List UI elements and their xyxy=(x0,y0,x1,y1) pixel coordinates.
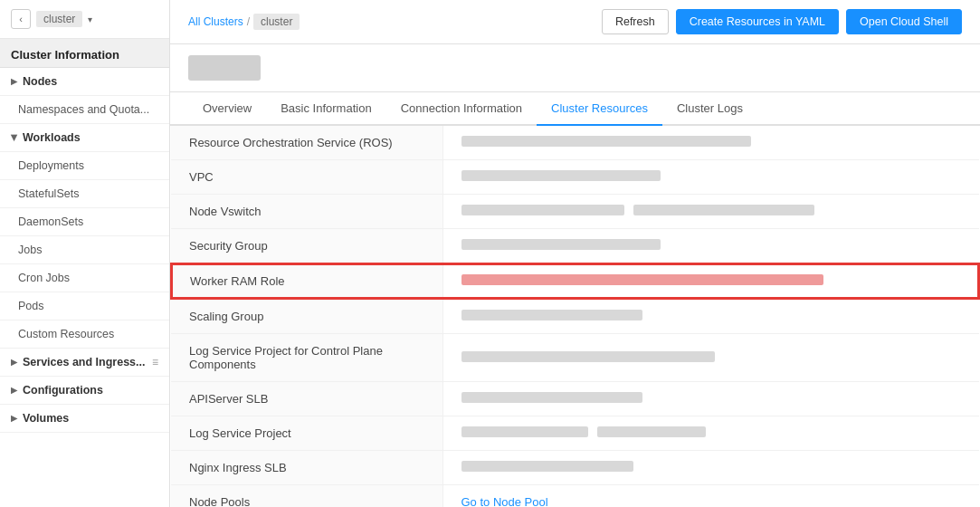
table-row: VPC xyxy=(171,160,979,195)
table-row: Scaling Group xyxy=(171,299,979,334)
sidebar-item-nodes-label: Nodes xyxy=(23,75,57,88)
cluster-logo-row xyxy=(170,44,980,92)
row-label-node-pools: Node Pools xyxy=(171,485,442,508)
sidebar-item-custom-resources-label: Custom Resources xyxy=(18,328,114,340)
row-label-vpc: VPC xyxy=(171,160,442,195)
sidebar-header: ‹ cluster ▾ xyxy=(0,0,169,39)
sidebar-item-custom-resources[interactable]: Custom Resources xyxy=(0,320,169,349)
placeholder-ros xyxy=(461,136,751,147)
main-content: All Clusters / cluster Refresh Create Re… xyxy=(170,0,980,507)
sidebar-item-deployments[interactable]: Deployments xyxy=(0,152,169,180)
table-row: Node Pools Go to Node Pool xyxy=(171,485,979,508)
placeholder-log-1 xyxy=(461,426,588,437)
sidebar-item-namespaces-label: Namespaces and Quota... xyxy=(18,103,149,116)
sidebar-item-namespaces[interactable]: Namespaces and Quota... xyxy=(0,96,169,124)
sidebar-item-cronjobs-label: Cron Jobs xyxy=(18,272,70,284)
placeholder-security-group xyxy=(461,239,661,250)
sidebar-item-jobs[interactable]: Jobs xyxy=(0,236,169,264)
main-header: All Clusters / cluster Refresh Create Re… xyxy=(170,0,980,44)
sidebar-item-configurations[interactable]: ▶ Configurations xyxy=(0,377,169,405)
breadcrumb-separator: / xyxy=(247,15,250,28)
row-label-log-service-control: Log Service Project for Control Plane Co… xyxy=(171,334,442,382)
tab-overview[interactable]: Overview xyxy=(188,92,266,126)
breadcrumb: All Clusters / cluster xyxy=(188,14,300,30)
row-value-nginx-slb xyxy=(442,451,979,485)
sidebar-item-deployments-label: Deployments xyxy=(18,159,84,172)
cluster-logo xyxy=(188,55,261,81)
sidebar-section-title: Cluster Information xyxy=(0,39,169,68)
row-value-worker-ram-role xyxy=(442,263,979,299)
nodes-arrow-icon: ▶ xyxy=(11,77,17,86)
tabs-bar: Overview Basic Information Connection In… xyxy=(170,92,980,126)
sidebar-item-pods[interactable]: Pods xyxy=(0,292,169,320)
sidebar-item-daemonsets[interactable]: DaemonSets xyxy=(0,208,169,236)
row-value-apiserver-slb xyxy=(442,382,979,416)
sidebar-item-statefulsets-label: StatefulSets xyxy=(18,187,79,200)
row-value-ros xyxy=(442,126,979,160)
row-value-node-pools: Go to Node Pool xyxy=(442,485,979,508)
sidebar-item-daemonsets-label: DaemonSets xyxy=(18,215,83,228)
open-shell-button[interactable]: Open Cloud Shell xyxy=(846,9,962,34)
breadcrumb-current-cluster: cluster xyxy=(253,14,300,30)
table-row: APIServer SLB xyxy=(171,382,979,416)
row-label-apiserver-slb: APIServer SLB xyxy=(171,382,442,416)
table-row: Log Service Project xyxy=(171,416,979,451)
sidebar-item-jobs-label: Jobs xyxy=(18,244,42,256)
placeholder-vswitch-1 xyxy=(461,205,624,215)
content-area: Resource Orchestration Service (ROS) VPC… xyxy=(170,126,980,507)
table-row: Resource Orchestration Service (ROS) xyxy=(171,126,979,160)
sidebar-item-services-ingress[interactable]: ▶ Services and Ingress... ≡ xyxy=(0,349,169,377)
row-value-scaling-group xyxy=(442,299,979,334)
row-label-node-vswitch: Node Vswitch xyxy=(171,195,442,229)
configurations-arrow-icon: ▶ xyxy=(11,386,17,395)
sidebar-item-statefulsets[interactable]: StatefulSets xyxy=(0,180,169,208)
cluster-resources-table: Resource Orchestration Service (ROS) VPC… xyxy=(170,126,980,507)
create-yaml-button[interactable]: Create Resources in YAML xyxy=(676,9,839,34)
action-buttons: Refresh Create Resources in YAML Open Cl… xyxy=(602,9,962,34)
table-row-worker-ram-role: Worker RAM Role xyxy=(171,263,979,299)
row-value-log-service-control xyxy=(442,334,979,382)
placeholder-nginx-slb xyxy=(461,461,633,472)
breadcrumb-all-clusters[interactable]: All Clusters xyxy=(188,15,243,28)
workloads-arrow-icon: ▶ xyxy=(10,135,19,141)
sidebar-item-volumes[interactable]: ▶ Volumes xyxy=(0,405,169,433)
row-value-node-vswitch xyxy=(442,195,979,229)
placeholder-scaling-group xyxy=(461,310,642,320)
row-value-security-group xyxy=(442,229,979,264)
placeholder-log-2 xyxy=(597,426,706,437)
row-label-security-group: Security Group xyxy=(171,229,442,264)
table-row: Log Service Project for Control Plane Co… xyxy=(171,334,979,382)
sidebar-item-workloads[interactable]: ▶ Workloads xyxy=(0,124,169,152)
row-label-scaling-group: Scaling Group xyxy=(171,299,442,334)
row-label-ros: Resource Orchestration Service (ROS) xyxy=(171,126,442,160)
sidebar-item-workloads-label: Workloads xyxy=(23,131,81,144)
row-label-nginx-slb: Nginx Ingress SLB xyxy=(171,451,442,485)
sidebar-item-services-label: Services and Ingress... xyxy=(23,356,146,368)
cluster-name-badge: cluster xyxy=(36,11,82,27)
tab-cluster-resources[interactable]: Cluster Resources xyxy=(537,92,662,126)
sidebar-item-cronjobs[interactable]: Cron Jobs xyxy=(0,264,169,292)
table-row: Nginx Ingress SLB xyxy=(171,451,979,485)
placeholder-vswitch-2 xyxy=(633,205,814,215)
sidebar-item-volumes-label: Volumes xyxy=(23,412,69,425)
cluster-dropdown-icon[interactable]: ▾ xyxy=(88,14,92,24)
drag-handle-icon: ≡ xyxy=(152,356,158,368)
go-to-node-pool-link[interactable]: Go to Node Pool xyxy=(461,495,548,507)
tab-connection-information[interactable]: Connection Information xyxy=(386,92,537,126)
tab-basic-information[interactable]: Basic Information xyxy=(266,92,385,126)
back-button[interactable]: ‹ xyxy=(11,9,31,29)
row-value-vpc xyxy=(442,160,979,195)
row-label-log-service: Log Service Project xyxy=(171,416,442,451)
row-value-log-service xyxy=(442,416,979,451)
placeholder-worker-ram-role xyxy=(461,274,823,285)
row-label-worker-ram-role: Worker RAM Role xyxy=(171,263,442,299)
tab-cluster-logs[interactable]: Cluster Logs xyxy=(662,92,757,126)
table-row: Node Vswitch xyxy=(171,195,979,229)
refresh-button[interactable]: Refresh xyxy=(602,9,669,34)
sidebar-item-nodes[interactable]: ▶ Nodes xyxy=(0,68,169,96)
sidebar-item-pods-label: Pods xyxy=(18,300,44,312)
placeholder-log-control xyxy=(461,351,715,362)
placeholder-apiserver-slb xyxy=(461,392,642,403)
table-row: Security Group xyxy=(171,229,979,264)
sidebar: ‹ cluster ▾ Cluster Information ▶ Nodes … xyxy=(0,0,170,507)
